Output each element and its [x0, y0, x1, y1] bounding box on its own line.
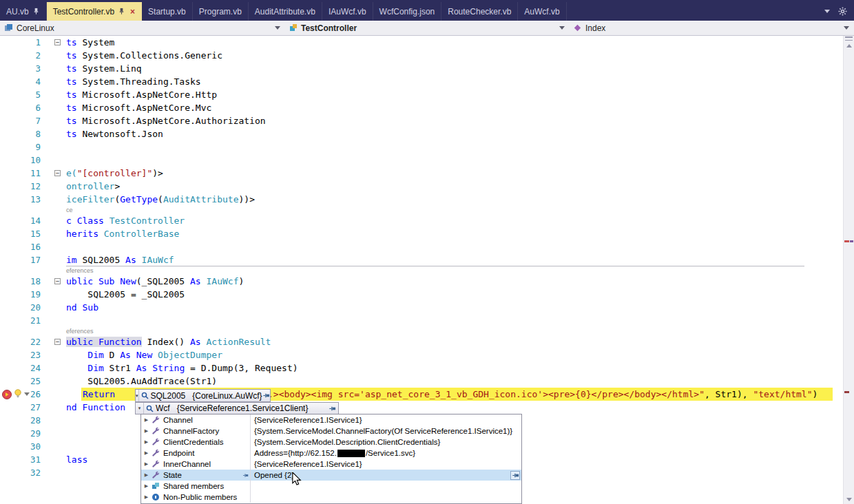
code-text[interactable]: ts Microsoft.AspNetCore.Http	[66, 88, 843, 101]
tab-iauwcf-vb[interactable]: IAuWcf.vb	[322, 2, 373, 21]
member-row-endpoint[interactable]: ▶EndpointAddress={http://62.152./Service…	[141, 448, 521, 459]
pin-icon[interactable]	[118, 8, 125, 15]
breakpoint-gutter[interactable]	[0, 49, 14, 62]
pin-icon[interactable]	[32, 8, 40, 15]
breakpoint-gutter[interactable]	[0, 314, 14, 327]
tab-routechecker-vb[interactable]: RouteChecker.vb	[441, 2, 518, 21]
code-line-19[interactable]: 19 SQL2005 = _SQL2005	[0, 288, 843, 301]
code-line-20[interactable]: 20nd Sub	[0, 301, 843, 314]
tab-program-vb[interactable]: Program.vb	[193, 2, 249, 21]
code-text[interactable]: ts Microsoft.AspNetCore.Mvc	[66, 101, 843, 114]
code-line-11[interactable]: 11−e("[controller]")>	[0, 167, 843, 180]
magnifier-icon[interactable]	[141, 392, 149, 399]
breakpoint-gutter[interactable]	[0, 140, 14, 154]
breakpoint-gutter[interactable]	[0, 427, 14, 440]
fold-gutter[interactable]	[45, 127, 66, 140]
fold-collapse-icon[interactable]: −	[54, 339, 61, 345]
fold-gutter[interactable]	[45, 154, 66, 167]
breakpoint-gutter[interactable]	[0, 361, 14, 375]
code-text[interactable]: ts Newtonsoft.Json	[66, 127, 843, 140]
expander-icon[interactable]: ▶	[141, 417, 152, 423]
fold-gutter[interactable]	[45, 361, 66, 375]
scroll-down-arrow[interactable]	[846, 498, 852, 501]
expander-icon[interactable]: ▶	[141, 461, 152, 467]
fold-gutter[interactable]	[45, 348, 66, 361]
fold-gutter[interactable]	[45, 253, 66, 266]
code-text[interactable]: Dim Str1 As String = D.Dump(3, Request)	[66, 361, 843, 375]
fold-gutter[interactable]	[45, 114, 66, 127]
member-row-channel[interactable]: ▶Channel{ServiceReference1.IService1}	[141, 414, 521, 426]
code-line-6[interactable]: 6ts Microsoft.AspNetCore.Mvc	[0, 101, 843, 114]
codelens-references[interactable]: eferences	[0, 327, 843, 335]
code-text[interactable]: e("[controller]")>	[66, 167, 843, 180]
breakpoint-gutter[interactable]	[0, 62, 14, 75]
breakpoint-gutter[interactable]	[0, 36, 14, 49]
code-text[interactable]: ts System.Linq	[66, 62, 843, 75]
code-line-8[interactable]: 8ts Newtonsoft.Json	[0, 127, 843, 140]
code-text[interactable]	[66, 240, 843, 253]
breakpoint-gutter[interactable]	[0, 227, 14, 240]
breakpoint-gutter[interactable]	[0, 288, 14, 301]
breakpoint-gutter[interactable]	[0, 101, 14, 114]
pin-icon[interactable]	[242, 472, 249, 479]
breakpoint-gutter[interactable]	[0, 275, 14, 288]
breakpoint-gutter[interactable]	[0, 401, 14, 414]
fold-gutter[interactable]	[45, 101, 66, 114]
breakpoint-current-icon[interactable]	[1, 389, 12, 400]
breakpoint-gutter[interactable]	[0, 180, 14, 193]
codelens-references[interactable]: ce	[0, 206, 843, 214]
codelens-references[interactable]: eferences	[0, 266, 843, 275]
vertical-scrollbar[interactable]	[843, 36, 854, 504]
breakpoint-gutter[interactable]	[0, 114, 14, 127]
fold-gutter[interactable]	[45, 62, 66, 75]
expander-icon[interactable]: ▾	[136, 390, 139, 401]
breakpoint-gutter[interactable]	[0, 335, 14, 348]
code-text[interactable]: ts System	[66, 36, 843, 49]
fold-gutter[interactable]	[45, 227, 66, 240]
chevron-down-icon[interactable]	[559, 26, 565, 30]
code-text[interactable]	[66, 140, 843, 154]
breakpoint-gutter[interactable]	[0, 466, 14, 479]
code-text[interactable]: c Class TestController	[66, 214, 843, 227]
fold-gutter[interactable]	[45, 401, 66, 414]
fold-gutter[interactable]	[45, 49, 66, 62]
code-line-1[interactable]: 1−ts System	[0, 36, 843, 49]
code-line-5[interactable]: 5ts Microsoft.AspNetCore.Http	[0, 88, 843, 101]
fold-gutter[interactable]	[45, 75, 66, 88]
quick-actions-lightbulb[interactable]	[14, 389, 30, 399]
code-text[interactable]: ts System.Collections.Generic	[66, 49, 843, 62]
code-line-2[interactable]: 2ts System.Collections.Generic	[0, 49, 843, 62]
fold-gutter[interactable]	[45, 240, 66, 253]
code-text[interactable]: ts Microsoft.AspNetCore.Authorization	[66, 114, 843, 127]
expander-icon[interactable]: ▶	[141, 439, 152, 445]
code-line-15[interactable]: 15herits ControllerBase	[0, 227, 843, 240]
code-line-26[interactable]: 26Return.><body><img src='asp_net_core_3…	[0, 388, 843, 401]
fold-collapse-icon[interactable]: −	[54, 39, 61, 45]
fold-collapse-icon[interactable]: −	[54, 170, 61, 176]
tab-au-vb[interactable]: AU.vb	[0, 2, 47, 21]
member-row-clientcredentials[interactable]: ▶ClientCredentials{System.ServiceModel.D…	[141, 437, 521, 448]
code-line-22[interactable]: 22−ublic Function Index() As ActionResul…	[0, 335, 843, 348]
code-line-13[interactable]: 13iceFilter(GetType(AuditAttribute))>	[0, 193, 843, 206]
member-row-shared-members[interactable]: ▶Shared members	[141, 481, 521, 492]
tab-wcfconfig-json[interactable]: WcfConfig.json	[373, 2, 442, 21]
breakpoint-gutter[interactable]	[0, 253, 14, 266]
code-line-7[interactable]: 7ts Microsoft.AspNetCore.Authorization	[0, 114, 843, 127]
code-text[interactable]: im SQL2005 As IAuWcf	[66, 253, 843, 266]
scroll-up-arrow[interactable]	[846, 44, 852, 48]
breakpoint-gutter[interactable]	[0, 214, 14, 227]
pin-icon[interactable]	[329, 405, 336, 412]
code-text[interactable]: Dim D As New ObjectDumper	[66, 348, 843, 361]
code-line-17[interactable]: 17im SQL2005 As IAuWcf	[0, 253, 843, 266]
breakpoint-gutter[interactable]	[0, 301, 14, 314]
expander-icon[interactable]: ▾	[136, 403, 144, 414]
breakpoint-gutter[interactable]	[0, 388, 14, 401]
magnifier-icon[interactable]	[146, 405, 154, 412]
member-dropdown[interactable]: Index	[569, 21, 853, 35]
member-row-state[interactable]: ▶StateOpened {2}	[141, 470, 521, 481]
code-text[interactable]: ontroller>	[66, 180, 843, 193]
tab-testcontroller-vb[interactable]: TestController.vb×	[47, 2, 142, 21]
member-row-channelfactory[interactable]: ▶ChannelFactory{System.ServiceModel.Chan…	[141, 426, 521, 437]
code-line-14[interactable]: 14c Class TestController	[0, 214, 843, 227]
code-text[interactable]: ublic Function Index() As ActionResult	[66, 335, 843, 348]
